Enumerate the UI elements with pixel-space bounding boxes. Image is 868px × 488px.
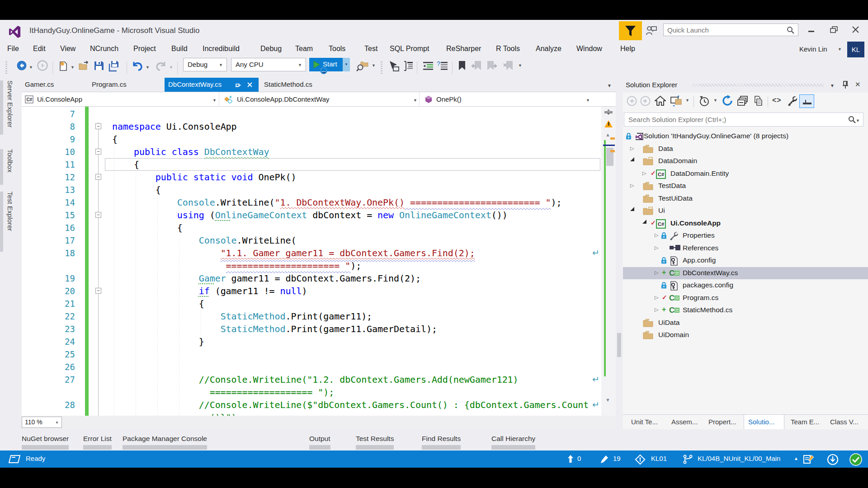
expander-closed-icon[interactable]: ▷ [655,232,658,238]
bottom-tab-find-results[interactable]: Find Results [422,435,461,450]
menu-project[interactable]: Project [133,45,156,53]
tab-program-cs[interactable]: Program.cs [89,78,139,92]
solution-configuration-combo[interactable]: Debug ▼ [183,58,227,71]
start-options-caret[interactable]: ▼ [343,58,350,71]
feedback-icon[interactable] [646,25,657,36]
save-button[interactable] [93,60,104,71]
tree-item-solution-ithandyguy-onlinegame-8-projects-[interactable]: Solution 'ItHandyGuy.OnlineGame' (8 proj… [623,130,868,143]
tab-staticmethod-cs[interactable]: StaticMethod.cs [261,78,319,92]
navigate-forward-button[interactable] [37,60,48,71]
toolbar-grip[interactable] [381,61,382,74]
search-caret-icon[interactable]: ▼ [856,118,860,123]
tab-dbcontextway-cs[interactable]: DbContextWay.cs [165,78,259,92]
bottom-tab-call-hierarchy[interactable]: Call Hierarchy [491,435,535,450]
user-name[interactable]: Kevin Lin [799,45,827,53]
expander-closed-icon[interactable]: ▷ [655,295,658,300]
clear-bookmarks-button[interactable] [503,60,514,71]
toolbar-overflow-caret-icon[interactable]: ▼ [372,63,376,68]
close-tab-icon[interactable] [247,82,253,88]
panel-tab-propert-[interactable]: Propert... [704,415,741,430]
se-refresh-button[interactable] [722,95,733,107]
menu-ncrunch[interactable]: NCrunch [90,45,118,53]
expander-closed-icon[interactable]: ▷ [642,170,646,176]
bottom-tab-package-manager-console[interactable]: Package Manager Console [123,435,207,450]
se-properties-button[interactable] [787,95,797,106]
tab-gamer-cs[interactable]: Gamer.cs [22,78,75,92]
tree-item-uidomain[interactable]: UiDomain [623,329,868,342]
solution-search-input[interactable] [628,114,827,125]
panel-menu-caret-icon[interactable]: ▼ [830,83,835,88]
breadcrumb-project-dropdown[interactable]: C# Ui.ConsoleApp ▼ [22,92,219,106]
tree-item-packages-config[interactable]: packages.config [623,279,868,292]
menu-tools[interactable]: Tools [329,45,345,53]
panel-splitter[interactable] [616,78,623,450]
breadcrumb-type-dropdown[interactable]: Ui.ConsoleApp.DbContextWay ▼ [220,92,420,106]
decrease-indent-button[interactable] [422,60,434,72]
user-menu-caret-icon[interactable]: ▼ [838,47,842,52]
tree-item-data[interactable]: ▷Data [623,143,868,155]
navigate-backward-caret-icon[interactable]: ▼ [29,65,33,70]
structure-copy-button[interactable] [402,60,414,72]
tree-item-datadomain[interactable]: DataDomain [623,155,868,168]
se-filter-caret-icon[interactable]: ▼ [713,98,717,103]
split-handle-icon[interactable] [604,109,613,115]
side-tab-server-explorer[interactable]: Server Explorer [6,80,14,127]
save-all-button[interactable] [108,60,120,72]
menu-resharper[interactable]: ReSharper [446,45,481,53]
repository-name[interactable]: KL01 [651,455,667,462]
scroll-down-icon[interactable]: ▼ [605,397,610,403]
expander-closed-icon[interactable]: ▷ [655,270,658,276]
tree-item-properties[interactable]: ▷Properties [623,230,868,242]
expander-closed-icon[interactable]: ▷ [655,307,658,313]
menu-incredibuild[interactable]: Incredibuild [203,45,240,53]
se-forward-button[interactable] [640,96,651,106]
navigate-backward-button[interactable] [16,60,27,71]
menu-window[interactable]: Window [576,45,602,53]
toolbar-grip[interactable] [5,61,7,74]
panel-tab-unit-te-[interactable]: Unit Te... [627,415,663,430]
outgoing-commits-count[interactable]: 0 [577,455,581,462]
bookmark-overflow-caret-icon[interactable]: ▼ [518,63,522,68]
menu-debug[interactable]: Debug [260,45,282,53]
menu-help[interactable]: Help [620,45,635,53]
tree-item-program-cs[interactable]: ▷✓CProgram.cs [623,292,868,305]
menu-test[interactable]: Test [364,45,377,53]
ncrunch-filter-button[interactable] [619,21,642,40]
side-tab-toolbox[interactable]: Toolbox [6,149,14,173]
tree-item-app-config[interactable]: App.config [623,254,868,267]
tree-item-dbcontextway-cs[interactable]: ▷+CDbContextWay.cs [623,267,868,280]
bottom-tab-test-results[interactable]: Test Results [356,435,394,450]
menu-analyze[interactable]: Analyze [536,45,561,53]
se-preview-selected-toggle[interactable] [799,94,814,108]
expander-open-icon[interactable] [630,207,634,211]
tree-item-ui[interactable]: Ui [623,205,868,217]
undo-button[interactable] [131,60,144,72]
tree-item-testuidata[interactable]: TestUiData [623,192,868,205]
bottom-tab-nuget-browser[interactable]: NuGet browser [22,435,69,450]
previous-bookmark-button[interactable] [470,60,482,71]
panel-tab-assem-[interactable]: Assem... [667,415,702,430]
se-collapse-all-button[interactable] [737,95,749,107]
menu-sql-prompt[interactable]: SQL Prompt [390,45,429,53]
menu-view[interactable]: View [60,45,75,53]
panel-tab-class-v-[interactable]: Class V... [826,415,863,430]
solution-explorer-header[interactable]: Solution Explorer ▼ ✕ [623,78,868,93]
menu-edit[interactable]: Edit [33,45,46,53]
menu-r-tools[interactable]: R Tools [496,45,520,53]
expander-closed-icon[interactable]: ▷ [655,245,658,251]
new-file-caret-icon[interactable]: ▼ [71,65,75,70]
next-bookmark-button[interactable] [486,60,498,71]
menu-team[interactable]: Team [295,45,313,53]
branch-caret-icon[interactable]: ▲ [794,456,798,461]
bottom-tab-output[interactable]: Output [309,435,330,450]
breadcrumb-member-dropdown[interactable]: OnePk() ▼ [420,92,616,106]
undo-caret-icon[interactable]: ▼ [146,65,150,70]
tab-list-caret-icon[interactable]: ▼ [607,83,612,88]
se-home-button[interactable] [655,95,666,106]
pin-icon[interactable] [842,81,849,89]
tree-item-testdata[interactable]: ▷TestData [623,180,868,192]
redo-button[interactable] [155,60,167,72]
minimize-button[interactable] [807,26,816,33]
se-view-code-button[interactable]: <> [772,96,782,104]
branch-name[interactable]: KL/04B_NUnit_KL/00_Main [698,455,780,462]
